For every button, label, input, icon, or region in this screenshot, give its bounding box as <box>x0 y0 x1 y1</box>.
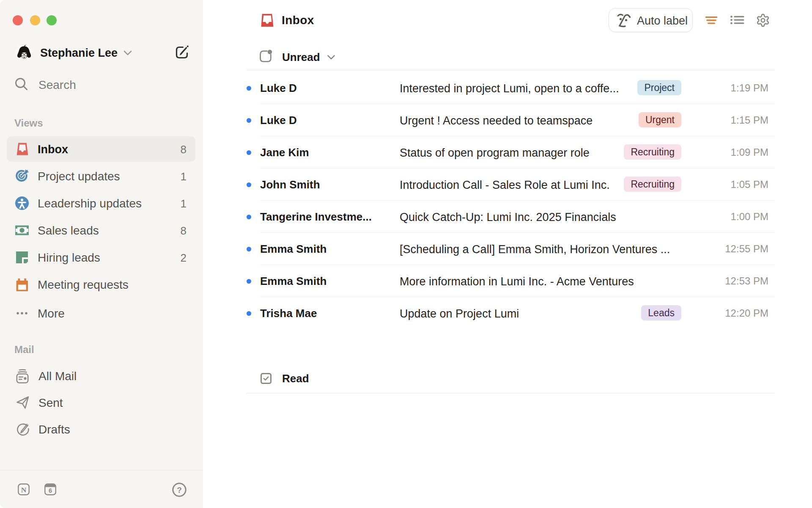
svg-text:6: 6 <box>49 487 52 494</box>
svg-text:?: ? <box>177 486 182 494</box>
svg-text:N: N <box>21 486 27 494</box>
